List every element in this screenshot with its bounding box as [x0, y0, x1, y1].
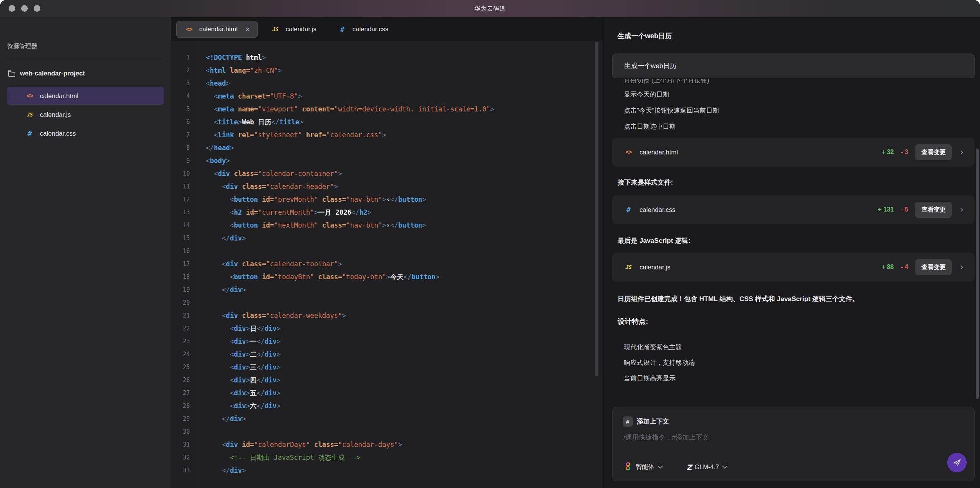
code-line: 23 <div>一</div>	[171, 335, 603, 348]
window-control-dot[interactable]	[9, 5, 15, 12]
file-change-card-html[interactable]: <>calendar.html+ 32- 3查看变更›	[612, 138, 975, 167]
line-number: 2	[171, 64, 198, 77]
hash-icon: #	[623, 416, 633, 427]
chat-list-item: 点击"今天"按钮快速返回当前日期	[624, 106, 965, 115]
line-number: 25	[171, 361, 198, 374]
code-line: 32 <!-- 日期由 JavaScript 动态生成 -->	[171, 451, 603, 464]
view-changes-button[interactable]: 查看变更	[915, 259, 952, 275]
line-number: 5	[171, 103, 198, 116]
code-text: <div class="calendar-toolbar">	[198, 258, 342, 271]
conversation-title: 生成一个web日历	[618, 31, 965, 41]
view-changes-button[interactable]: 查看变更	[915, 144, 952, 160]
code-text: <div>六</div>	[198, 400, 281, 413]
code-text: <button id="todayBtn" class="today-btn">…	[198, 271, 440, 283]
code-line: 8</head>	[171, 142, 603, 154]
code-text: <div>日</div>	[198, 322, 281, 335]
sidebar-item-calendar-html[interactable]: <>calendar.html	[7, 87, 164, 105]
model-selector[interactable]: Z GLM-4.7	[686, 463, 728, 472]
clipped-list-item: 月份切换 (上个月/下个月按钮)	[624, 79, 965, 85]
window-control-dot[interactable]	[21, 5, 28, 12]
code-text: </head>	[198, 142, 234, 154]
additions-count: + 131	[878, 206, 894, 213]
code-text: <title>Web 日历</title>	[198, 116, 303, 129]
deletions-count: - 3	[901, 149, 908, 156]
code-line: 27 <div>五</div>	[171, 387, 603, 400]
code-line: 1<!DOCTYPE html>	[171, 51, 603, 64]
code-line: 13 <h2 id="currentMonth">一月 2026</h2>	[171, 206, 603, 219]
line-number: 6	[171, 116, 198, 129]
paper-plane-icon	[952, 458, 962, 468]
tab-label: calendar.js	[286, 25, 317, 33]
send-button[interactable]	[947, 453, 967, 472]
file-label: calendar.css	[40, 130, 76, 137]
chat-input-placeholder[interactable]: /调用快捷指令，#添加上下文	[623, 433, 709, 442]
project-folder[interactable]: web-calendar-project	[7, 69, 85, 77]
code-text: <!-- 日期由 JavaScript 动态生成 -->	[198, 451, 360, 464]
code-editor[interactable]: 1<!DOCTYPE html>2<html lang="zh-CN">3<he…	[171, 41, 603, 488]
editor-column: <>calendar.html×JScalendar.js#calendar.c…	[171, 17, 603, 488]
agent-selector[interactable]: 智能体	[623, 462, 663, 472]
sidebar-item-calendar-js[interactable]: JScalendar.js	[7, 106, 164, 124]
sidebar-item-calendar-css[interactable]: #calendar.css	[7, 124, 164, 142]
completion-message: 日历组件已创建完成！包含 HTML 结构、CSS 样式和 JavaScript …	[618, 294, 965, 304]
line-number: 11	[171, 180, 198, 193]
code-line: 30	[171, 425, 603, 438]
panel-scrollbar[interactable]	[976, 149, 979, 399]
app-window: 华为云码道 资源管理器 web-calendar-project <>calen…	[0, 0, 980, 488]
chat-list-item: 点击日期选中日期	[624, 122, 965, 131]
line-number: 9	[171, 154, 198, 167]
design-point: 响应式设计，支持移动端	[624, 358, 965, 367]
chevron-right-icon[interactable]: ›	[960, 262, 964, 272]
gutter-divider	[198, 41, 198, 488]
additions-count: + 88	[881, 264, 894, 271]
line-number: 30	[171, 425, 198, 438]
line-number: 29	[171, 413, 198, 425]
code-text: <div>二</div>	[198, 348, 281, 361]
code-line: 20	[171, 296, 603, 309]
html-file-icon: <>	[624, 149, 633, 156]
line-number: 18	[171, 271, 198, 283]
line-number: 8	[171, 142, 198, 154]
model-label: GLM-4.7	[695, 464, 719, 471]
code-line: 26 <div>四</div>	[171, 374, 603, 387]
line-number: 3	[171, 77, 198, 90]
add-context-button[interactable]: # 添加上下文	[623, 416, 669, 427]
tab-calendar-html[interactable]: <>calendar.html×	[176, 21, 258, 38]
code-line: 22 <div>日</div>	[171, 322, 603, 335]
chevron-right-icon[interactable]: ›	[960, 205, 964, 214]
code-line: 5 <meta name="viewport" content="width=d…	[171, 103, 603, 116]
line-number: 23	[171, 335, 198, 348]
view-changes-button[interactable]: 查看变更	[915, 202, 952, 218]
code-text: <div>四</div>	[198, 374, 281, 387]
design-features-header: 设计特点:	[618, 317, 965, 326]
css-file-icon: #	[624, 206, 633, 214]
code-text	[198, 425, 210, 438]
code-text: <button id="nextMonth" class="nav-btn">›…	[198, 219, 426, 232]
file-change-card-css[interactable]: #calendar.css+ 131- 5查看变更›	[612, 195, 975, 224]
code-text: <div class="calendar-container">	[198, 167, 342, 180]
user-message-text: 生成一个web日历	[624, 61, 676, 70]
code-line: 3<head>	[171, 77, 603, 90]
file-change-card-js[interactable]: JScalendar.js+ 88- 4查看变更›	[612, 253, 975, 282]
agent-label: 智能体	[636, 463, 654, 471]
line-number: 22	[171, 322, 198, 335]
line-number: 15	[171, 232, 198, 245]
tab-label: calendar.html	[199, 25, 238, 33]
editor-scrollbar[interactable]	[595, 42, 598, 376]
tab-calendar-css[interactable]: #calendar.css	[330, 21, 397, 38]
window-control-dot[interactable]	[34, 5, 40, 12]
code-text: <button id="prevMonth" class="nav-btn">‹…	[198, 193, 426, 206]
line-number: 12	[171, 193, 198, 206]
close-icon[interactable]: ×	[245, 26, 250, 33]
chat-input[interactable]: # 添加上下文 /调用快捷指令，#添加上下文	[612, 407, 975, 481]
code-lines: 1<!DOCTYPE html>2<html lang="zh-CN">3<he…	[171, 51, 603, 477]
code-text: <div class="calendar-header">	[198, 180, 338, 193]
chevron-right-icon[interactable]: ›	[960, 147, 964, 157]
sidebar-file-list: <>calendar.htmlJScalendar.js#calendar.cs…	[0, 87, 171, 143]
line-number: 33	[171, 464, 198, 477]
code-line: 17 <div class="calendar-toolbar">	[171, 258, 603, 271]
line-number: 16	[171, 245, 198, 258]
design-point: 现代化渐变紫色主题	[624, 342, 965, 352]
file-name: calendar.js	[640, 264, 881, 271]
tab-calendar-js[interactable]: JScalendar.js	[263, 21, 325, 38]
